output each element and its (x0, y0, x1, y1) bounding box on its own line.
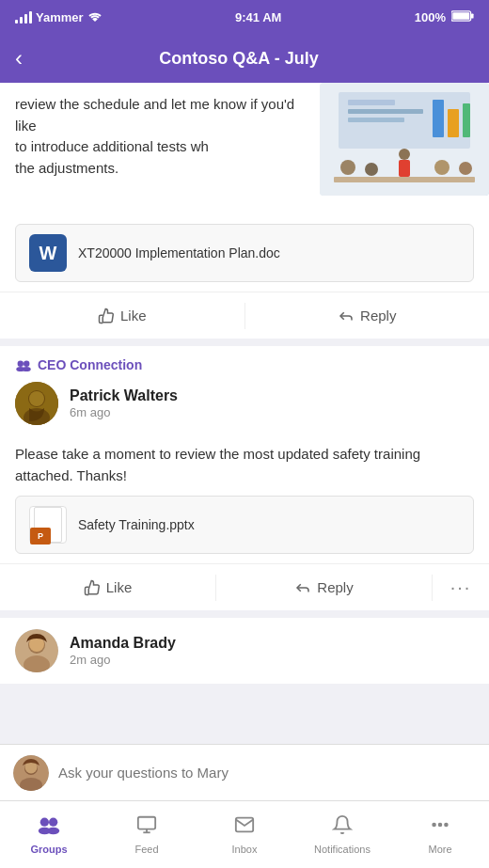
svg-rect-12 (399, 160, 410, 177)
svg-point-16 (459, 162, 472, 175)
tab-inbox-label: Inbox (232, 844, 258, 855)
post-card-1: review the schedule and let me know if y… (0, 83, 489, 339)
post-time-2: 6m ago (70, 405, 178, 419)
carrier-label: Yammer (36, 10, 84, 24)
post-time-amanda: 2m ago (70, 653, 176, 667)
svg-point-14 (365, 163, 378, 176)
word-attachment[interactable]: W XT20000 Implementation Plan.doc (15, 224, 474, 282)
svg-rect-9 (448, 109, 459, 137)
svg-point-42 (439, 824, 442, 827)
tab-inbox[interactable]: Inbox (196, 801, 293, 868)
status-bar: Yammer 9:41 AM 100% (0, 0, 489, 34)
attachment-name: XT20000 Implementation Plan.doc (78, 245, 280, 260)
feed-icon (136, 814, 157, 841)
ppt-badge: P (30, 528, 51, 544)
ppt-attachment-name: Safety Training.pptx (78, 517, 195, 532)
inbox-icon (234, 814, 255, 841)
like-button-2[interactable]: Like (0, 564, 215, 610)
group-name: CEO Connection (38, 357, 142, 372)
avatar-mary (13, 755, 49, 791)
svg-point-37 (47, 828, 59, 834)
svg-point-21 (23, 367, 31, 371)
post-2-header: CEO Connection Patrick Walters (0, 346, 489, 433)
post-body-partial: review the schedule and let me know if y… (0, 83, 489, 214)
like-label-1: Like (120, 308, 147, 324)
svg-rect-6 (348, 109, 423, 114)
status-time: 9:41 AM (235, 10, 281, 24)
content-scroll: review the schedule and let me know if y… (0, 83, 489, 800)
ppt-icon-wrapper: P (29, 506, 67, 544)
post-1-action-bar: Like Reply (0, 292, 489, 339)
user-info-patrick: Patrick Walters 6m ago (70, 387, 178, 419)
svg-rect-1 (471, 13, 474, 18)
compose-bar (0, 744, 489, 800)
svg-point-34 (40, 818, 49, 827)
post-line-2: to introduce additional tests wh (15, 138, 209, 154)
back-button[interactable]: ‹ (15, 45, 23, 71)
svg-point-18 (18, 361, 24, 367)
svg-rect-38 (138, 817, 155, 829)
post-2-action-bar: Like Reply ··· (0, 563, 489, 610)
svg-point-13 (340, 160, 355, 175)
tab-feed-label: Feed (134, 844, 158, 855)
user-row-2: Patrick Walters 6m ago (15, 382, 474, 425)
ppt-file-icon: P (30, 505, 66, 544)
svg-rect-7 (348, 118, 404, 122)
word-icon: W (29, 234, 67, 272)
author-name-2: Patrick Walters (70, 387, 178, 404)
status-right: 100% (415, 10, 474, 24)
user-row-amanda: Amanda Brady 2m ago (15, 629, 474, 672)
svg-point-15 (434, 160, 450, 175)
tab-groups[interactable]: Groups (0, 801, 98, 868)
post-line-3: the adjustments. (15, 160, 118, 176)
tab-feed[interactable]: Feed (98, 801, 196, 868)
more-icon (430, 814, 450, 841)
ppt-attachment[interactable]: P Safety Training.pptx (15, 496, 474, 554)
like-button-1[interactable]: Like (0, 292, 244, 339)
svg-point-43 (445, 824, 448, 827)
svg-point-11 (399, 149, 410, 160)
svg-rect-2 (452, 12, 469, 20)
like-label-2: Like (106, 579, 133, 595)
group-label[interactable]: CEO Connection (15, 357, 474, 372)
notifications-icon (332, 814, 353, 841)
svg-rect-17 (334, 177, 475, 182)
post-text-2: Please take a moment to review the most … (15, 444, 474, 486)
more-dots-icon: ··· (450, 576, 472, 598)
avatar-patrick (15, 382, 58, 425)
post-line-1: review the schedule and let me know if y… (15, 96, 294, 134)
battery-label: 100% (415, 10, 446, 24)
tab-more[interactable]: More (391, 801, 489, 868)
groups-icon (37, 814, 61, 841)
app-header: ‹ Contoso Q&A - July (0, 34, 489, 83)
reply-label-1: Reply (360, 308, 396, 324)
svg-point-25 (29, 391, 44, 406)
post-body-2: Please take a moment to review the most … (0, 433, 489, 486)
svg-rect-10 (463, 103, 470, 137)
avatar-amanda (15, 629, 58, 672)
amanda-partial: Amanda Brady 2m ago (0, 618, 489, 684)
tab-more-label: More (428, 844, 451, 855)
reply-button-2[interactable]: Reply (216, 564, 432, 610)
tab-groups-label: Groups (30, 844, 67, 855)
page-title: Contoso Q&A - July (32, 49, 446, 69)
signal-icon (15, 10, 32, 24)
svg-point-41 (433, 824, 435, 827)
user-info-amanda: Amanda Brady 2m ago (70, 635, 176, 667)
svg-rect-8 (433, 100, 444, 137)
compose-input[interactable] (58, 765, 476, 781)
svg-point-35 (49, 818, 57, 827)
status-left: Yammer (15, 10, 103, 24)
svg-point-19 (24, 361, 29, 367)
amanda-preview-card: Amanda Brady 2m ago (0, 618, 489, 684)
tab-notifications[interactable]: Notifications (293, 801, 391, 868)
more-button-2[interactable]: ··· (433, 564, 489, 610)
tab-bar: Groups Feed Inbox Notifications (0, 800, 489, 868)
reply-button-1[interactable]: Reply (245, 292, 490, 339)
wifi-icon (87, 10, 103, 24)
reply-label-2: Reply (317, 579, 353, 595)
author-name-amanda: Amanda Brady (70, 635, 176, 652)
post-image (320, 83, 489, 196)
post-card-2: CEO Connection Patrick Walters (0, 346, 489, 610)
svg-rect-5 (348, 100, 395, 105)
